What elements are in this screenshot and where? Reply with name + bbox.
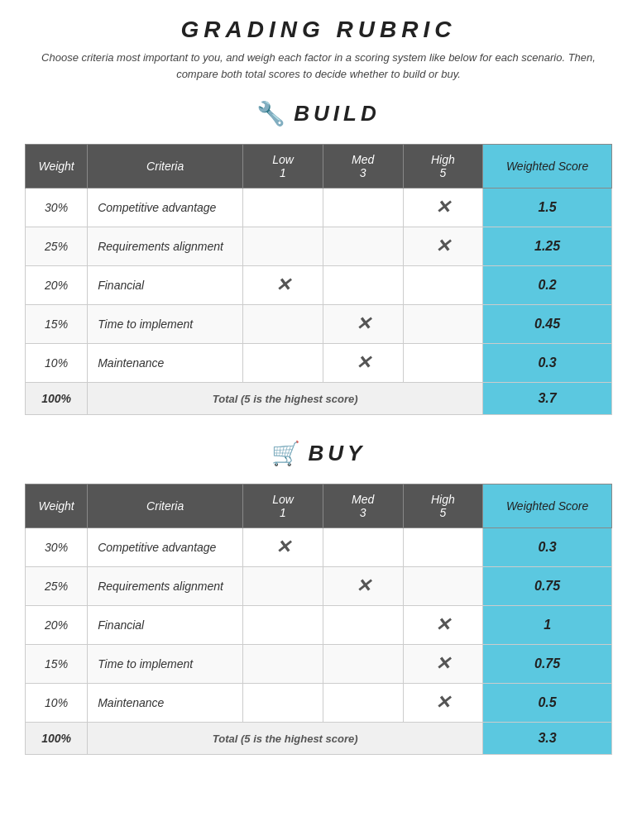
page-title: GRADING RUBRIC bbox=[25, 17, 612, 43]
cell-score: 0.3 bbox=[483, 344, 612, 383]
cell-criteria: Financial bbox=[88, 606, 243, 645]
total-label: Total (5 is the highest score) bbox=[88, 383, 483, 415]
cell-score: 1.25 bbox=[483, 227, 612, 266]
cell-criteria: Financial bbox=[88, 266, 243, 305]
build-header-weight: Weight bbox=[26, 145, 88, 189]
cell-low: ✕ bbox=[243, 266, 323, 305]
build-header-med: Med3 bbox=[323, 145, 403, 189]
cell-low: ✕ bbox=[243, 528, 323, 567]
cell-high: ✕ bbox=[403, 645, 483, 684]
cell-score: 0.5 bbox=[483, 684, 612, 723]
table-row: 15%Time to implement✕0.75 bbox=[26, 645, 612, 684]
cell-med bbox=[323, 645, 403, 684]
cell-high: ✕ bbox=[403, 606, 483, 645]
cell-med: ✕ bbox=[323, 344, 403, 383]
cell-score: 0.45 bbox=[483, 305, 612, 344]
build-title: BUILD bbox=[294, 101, 380, 126]
cell-high: ✕ bbox=[403, 189, 483, 227]
table-row: 30%Competitive advantage✕0.3 bbox=[26, 528, 612, 567]
table-row: 20%Financial✕0.2 bbox=[26, 266, 612, 305]
cell-weight: 10% bbox=[26, 684, 88, 723]
cell-med: ✕ bbox=[323, 567, 403, 606]
table-row: 30%Competitive advantage✕1.5 bbox=[26, 189, 612, 227]
buy-header-weight: Weight bbox=[26, 484, 88, 528]
build-header-high: High5 bbox=[403, 145, 483, 189]
cell-high: ✕ bbox=[403, 684, 483, 723]
cell-criteria: Requirements alignment bbox=[88, 567, 243, 606]
cell-score: 1 bbox=[483, 606, 612, 645]
cell-score: 1.5 bbox=[483, 189, 612, 227]
cell-high: ✕ bbox=[403, 227, 483, 266]
cell-low bbox=[243, 227, 323, 266]
cell-criteria: Competitive advantage bbox=[88, 528, 243, 567]
buy-table: Weight Criteria Low1 Med3 High5 Weighted… bbox=[25, 484, 612, 755]
total-score: 3.7 bbox=[483, 383, 612, 415]
cell-med bbox=[323, 606, 403, 645]
cell-low bbox=[243, 567, 323, 606]
cell-high bbox=[403, 528, 483, 567]
table-row: 10%Maintenance✕0.3 bbox=[26, 344, 612, 383]
cell-high bbox=[403, 266, 483, 305]
cell-criteria: Requirements alignment bbox=[88, 227, 243, 266]
buy-header-high: High5 bbox=[403, 484, 483, 528]
build-section-header: BUILD bbox=[25, 100, 612, 127]
cell-low bbox=[243, 606, 323, 645]
cell-low bbox=[243, 305, 323, 344]
table-row: 10%Maintenance✕0.5 bbox=[26, 684, 612, 723]
cell-med bbox=[323, 266, 403, 305]
cell-med bbox=[323, 684, 403, 723]
cell-med bbox=[323, 528, 403, 567]
cell-weight: 10% bbox=[26, 344, 88, 383]
cell-criteria: Time to implement bbox=[88, 645, 243, 684]
table-row: 20%Financial✕1 bbox=[26, 606, 612, 645]
cell-med: ✕ bbox=[323, 305, 403, 344]
cell-high bbox=[403, 344, 483, 383]
build-header-criteria: Criteria bbox=[88, 145, 243, 189]
buy-icon bbox=[271, 440, 300, 467]
cell-low bbox=[243, 684, 323, 723]
cell-weight: 20% bbox=[26, 266, 88, 305]
cell-score: 0.2 bbox=[483, 266, 612, 305]
cell-weight: 15% bbox=[26, 645, 88, 684]
buy-section-header: BUY bbox=[25, 440, 612, 467]
total-row: 100%Total (5 is the highest score)3.7 bbox=[26, 383, 612, 415]
build-table: Weight Criteria Low1 Med3 High5 Weighted… bbox=[25, 144, 612, 415]
page-subtitle: Choose criteria most important to you, a… bbox=[25, 50, 612, 82]
cell-high bbox=[403, 305, 483, 344]
cell-weight: 30% bbox=[26, 189, 88, 227]
cell-low bbox=[243, 344, 323, 383]
buy-header-score: Weighted Score bbox=[483, 484, 612, 528]
build-icon bbox=[256, 100, 285, 127]
table-row: 25%Requirements alignment✕0.75 bbox=[26, 567, 612, 606]
cell-criteria: Maintenance bbox=[88, 684, 243, 723]
build-header-low: Low1 bbox=[243, 145, 323, 189]
cell-low bbox=[243, 189, 323, 227]
cell-weight: 15% bbox=[26, 305, 88, 344]
total-weight: 100% bbox=[26, 723, 88, 755]
buy-header-med: Med3 bbox=[323, 484, 403, 528]
cell-criteria: Competitive advantage bbox=[88, 189, 243, 227]
cell-score: 0.75 bbox=[483, 567, 612, 606]
cell-med bbox=[323, 189, 403, 227]
table-row: 15%Time to implement✕0.45 bbox=[26, 305, 612, 344]
cell-score: 0.75 bbox=[483, 645, 612, 684]
total-row: 100%Total (5 is the highest score)3.3 bbox=[26, 723, 612, 755]
build-header-score: Weighted Score bbox=[483, 145, 612, 189]
total-label: Total (5 is the highest score) bbox=[88, 723, 483, 755]
cell-weight: 20% bbox=[26, 606, 88, 645]
buy-header-criteria: Criteria bbox=[88, 484, 243, 528]
cell-criteria: Time to implement bbox=[88, 305, 243, 344]
cell-weight: 25% bbox=[26, 567, 88, 606]
cell-criteria: Maintenance bbox=[88, 344, 243, 383]
cell-high bbox=[403, 567, 483, 606]
buy-header-low: Low1 bbox=[243, 484, 323, 528]
cell-score: 0.3 bbox=[483, 528, 612, 567]
total-weight: 100% bbox=[26, 383, 88, 415]
buy-title: BUY bbox=[309, 441, 366, 466]
cell-weight: 30% bbox=[26, 528, 88, 567]
table-row: 25%Requirements alignment✕1.25 bbox=[26, 227, 612, 266]
cell-weight: 25% bbox=[26, 227, 88, 266]
total-score: 3.3 bbox=[483, 723, 612, 755]
cell-med bbox=[323, 227, 403, 266]
cell-low bbox=[243, 645, 323, 684]
